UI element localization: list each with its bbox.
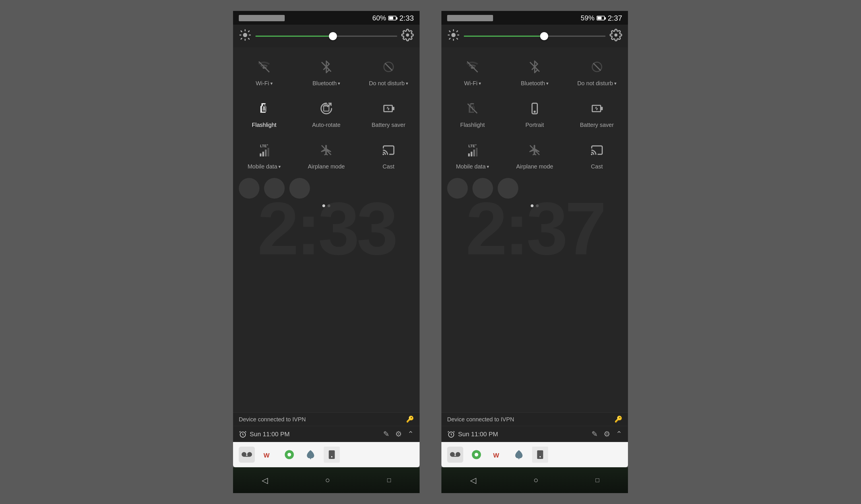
dock-icon-photos-1[interactable] — [281, 447, 297, 463]
qs-tile-dnd-1[interactable]: Do not disturb ▾ — [357, 50, 420, 92]
qs-tile-portrait-2[interactable]: Portrait — [504, 92, 566, 134]
dock-icon-voicemail-1[interactable] — [239, 447, 255, 463]
qs-tile-battery-saver-1[interactable]: Battery saver — [357, 92, 420, 134]
qs-tile-dnd-2[interactable]: Do not disturb ▾ — [566, 50, 628, 92]
nav-bar-1: ◁ ○ □ — [233, 467, 420, 493]
svg-point-27 — [288, 453, 291, 457]
qs-tile-mobile-data-2[interactable]: LTE+ Mobile data ▾ — [441, 134, 504, 175]
edit-icon-2[interactable]: ✎ — [591, 430, 598, 438]
qs-tile-mobile-data-1[interactable]: LTE+ Mobile data ▾ — [233, 134, 295, 175]
svg-rect-48 — [473, 150, 475, 156]
brightness-low-icon-1 — [239, 29, 251, 43]
svg-rect-58 — [537, 450, 543, 459]
qs-tile-flashlight-2[interactable]: Flashlight — [441, 92, 504, 134]
alarm-icon-2 — [447, 430, 455, 438]
dock-icon-device-1[interactable] — [324, 447, 340, 463]
qs-tile-wifi-1[interactable]: Wi-Fi ▾ — [233, 50, 295, 92]
qs-tile-airplane-2[interactable]: Airplane mode — [504, 134, 566, 175]
svg-point-56 — [475, 453, 478, 457]
back-button-1[interactable]: ◁ — [262, 476, 268, 485]
dock-icon-cannabis-1[interactable] — [302, 447, 318, 463]
airplane-icon-wrap-1 — [316, 140, 337, 161]
settings-icon-1[interactable]: ⚙ — [395, 430, 402, 438]
home-button-2[interactable]: ○ — [534, 476, 538, 485]
alarm-time-1: Sun 11:00 PM — [250, 431, 290, 438]
dock-icon-cannabis-2[interactable] — [511, 447, 527, 463]
brightness-thumb-1 — [329, 32, 337, 40]
dock-icon-device-2[interactable] — [532, 447, 548, 463]
brightness-row-2 — [441, 25, 628, 47]
status-bar-right-2: 59% 2:37 — [580, 14, 622, 23]
brightness-settings-icon-2[interactable] — [610, 29, 622, 43]
qs-tile-bluetooth-2[interactable]: Bluetooth ▾ — [504, 50, 566, 92]
dot-inactive-2 — [536, 204, 539, 207]
recents-button-1[interactable]: □ — [387, 476, 391, 484]
qs-tile-cast-1[interactable]: Cast — [357, 134, 420, 175]
svg-line-43 — [595, 107, 597, 109]
collapse-icon-1[interactable]: ⌃ — [408, 430, 414, 438]
qs-tile-bluetooth-1[interactable]: Bluetooth ▾ — [295, 50, 358, 92]
status-bar-1: 60% 2:33 — [233, 11, 420, 25]
svg-line-53 — [448, 431, 449, 432]
pagination-1 — [233, 202, 420, 209]
svg-point-38 — [534, 111, 535, 112]
home-button-1[interactable]: ○ — [325, 476, 330, 485]
brightness-slider-2[interactable] — [464, 36, 605, 37]
dnd-label-1: Do not disturb ▾ — [369, 80, 408, 87]
vpn-key-icon-1: 🔑 — [406, 416, 414, 423]
pagination-2 — [441, 202, 628, 209]
svg-rect-28 — [329, 450, 335, 459]
svg-text:W: W — [263, 452, 270, 459]
vpn-notification-1: Device connected to IVPN 🔑 — [233, 412, 420, 426]
collapse-icon-2[interactable]: ⌃ — [616, 430, 622, 438]
notification-panel-2: 59% 2:37 — [441, 11, 628, 467]
mobile-data-dropdown-2: ▾ — [487, 164, 489, 169]
brightness-settings-icon-1[interactable] — [401, 29, 414, 43]
svg-rect-17 — [262, 152, 264, 157]
mobile-data-icon-wrap-1: LTE+ — [254, 140, 274, 161]
brightness-slider-1[interactable] — [256, 36, 397, 37]
qs-tile-cast-2[interactable]: Cast — [566, 134, 628, 175]
airplane-label-1: Airplane mode — [308, 163, 345, 170]
avatar-left-1 — [239, 178, 259, 199]
alarm-row-1: Sun 11:00 PM ✎ ⚙ ⌃ — [233, 426, 420, 442]
app-dock-2: W — [441, 442, 628, 467]
svg-point-30 — [451, 33, 456, 37]
wifi-dropdown-2: ▾ — [479, 81, 481, 86]
dock-icon-voicemail-2[interactable] — [447, 447, 463, 463]
qs-tile-wifi-2[interactable]: Wi-Fi ▾ — [441, 50, 504, 92]
dock-icon-wv-1[interactable]: W — [260, 447, 276, 463]
alarm-icon-1 — [239, 430, 247, 438]
time-2: 2:37 — [607, 14, 622, 23]
brightness-fill-2 — [464, 36, 545, 37]
avatar-left-2 — [447, 178, 468, 199]
flashlight-off-icon-wrap-2 — [462, 98, 483, 119]
cast-label-1: Cast — [383, 163, 394, 170]
dock-icon-wv-2[interactable]: W — [490, 447, 506, 463]
portrait-icon-wrap-2 — [524, 98, 545, 119]
edit-icon-1[interactable]: ✎ — [383, 430, 390, 438]
svg-rect-34 — [471, 103, 474, 104]
wifi-label-1: Wi-Fi ▾ — [256, 80, 273, 87]
dnd-label-2: Do not disturb ▾ — [577, 80, 616, 87]
dnd-dropdown-1: ▾ — [406, 81, 408, 86]
svg-rect-39 — [592, 105, 600, 112]
flashlight-label-2: Flashlight — [460, 122, 485, 128]
back-button-2[interactable]: ◁ — [470, 476, 476, 485]
battery-saver-icon-wrap-1 — [378, 98, 399, 119]
qs-tile-autorotate-1[interactable]: Auto-rotate — [295, 92, 358, 134]
media-strip-1 — [233, 175, 420, 202]
dock-icon-photos-2[interactable] — [468, 447, 484, 463]
svg-rect-46 — [468, 153, 470, 157]
qs-tile-flashlight-1[interactable]: Flashlight — [233, 92, 295, 134]
dnd-icon-wrap-2 — [587, 56, 607, 77]
settings-icon-2[interactable]: ⚙ — [604, 430, 610, 438]
qs-tile-airplane-1[interactable]: Airplane mode — [295, 134, 358, 175]
status-bar-left-1 — [239, 15, 285, 21]
portrait-label-2: Portrait — [525, 122, 544, 128]
brightness-row-1 — [233, 25, 420, 47]
battery-fill-2 — [598, 17, 601, 19]
brightness-fill-1 — [256, 36, 333, 37]
qs-tile-battery-saver-2[interactable]: Battery saver — [566, 92, 628, 134]
recents-button-2[interactable]: □ — [596, 476, 599, 484]
